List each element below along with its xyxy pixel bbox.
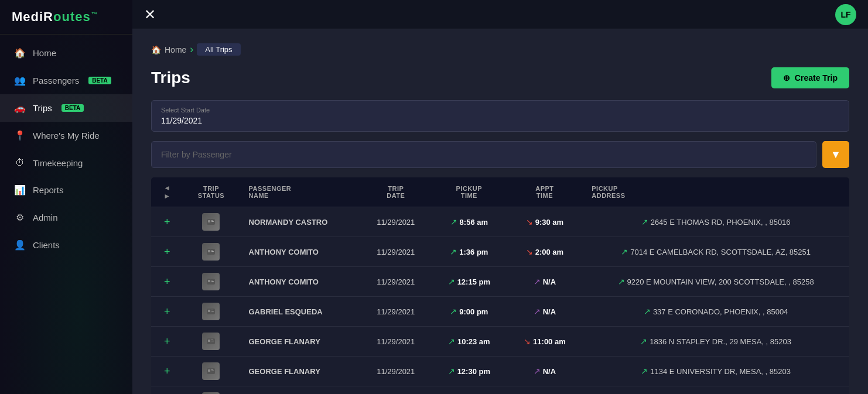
status-svg (206, 307, 216, 316)
add-trip-button[interactable]: + (164, 216, 170, 228)
row-action-cell: + (151, 237, 183, 267)
sidebar-item-clients[interactable]: 👤 Clients (0, 231, 132, 259)
svg-rect-19 (211, 341, 214, 341)
location-icon: 📍 (14, 130, 26, 141)
trips-table: ◄ ► TRIPSTATUS PASSENGERNAME TRIPDATE PI… (151, 177, 849, 394)
row-trip-date: 11/29/2021 (361, 207, 431, 237)
appt-time-value: N/A (543, 367, 556, 376)
appt-time-value: 9:30 am (535, 218, 563, 227)
arrow-up-right-icon: ↗ (641, 366, 648, 376)
svg-rect-14 (211, 310, 213, 310)
date-filter-value: 11/29/2021 (161, 116, 839, 125)
filter-button[interactable]: ▼ (822, 141, 849, 168)
date-filter-label: Select Start Date (161, 107, 839, 114)
col-passenger-name: PASSENGERNAME (240, 177, 361, 207)
sidebar-item-wheres-my-ride[interactable]: 📍 Where's My Ride (0, 122, 132, 149)
arrow-up-right-icon: ↗ (640, 337, 647, 346)
row-appt-time: ↘9:00 am (507, 386, 583, 395)
breadcrumb-home-label: Home (165, 45, 186, 54)
home-breadcrumb-icon: 🏠 (151, 45, 161, 54)
pickup-time-value: 8:56 am (460, 218, 488, 227)
row-trip-date: 11/29/2021 (361, 327, 431, 357)
filter-row: ▼ (151, 141, 849, 168)
address-value: 2645 E THOMAS RD, PHOENIX, , 85016 (651, 218, 791, 227)
row-trip-date: 11/29/2021 (361, 297, 431, 327)
address-value: 9220 E MOUNTAIN VIEW, 200 SCOTTSDALE, , … (627, 277, 814, 286)
svg-rect-18 (211, 340, 213, 340)
row-pickup-time: ↗8:56 am (431, 207, 507, 237)
table-row: + GABRIEL ESQUEDA 11/29/2021 ↗9:00 pm ↗N… (151, 297, 849, 327)
passengers-badge: BETA (88, 77, 111, 84)
user-avatar[interactable]: LF (835, 4, 856, 25)
table-row: + ANTHONY COMITO 11/29/2021 ↗1:36 pm ↘2:… (151, 237, 849, 267)
table-row: + NORMANDY CASTRO 11/29/2021 ↗8:56 am ↘9… (151, 207, 849, 237)
svg-rect-1 (208, 220, 210, 222)
prev-arrow[interactable]: ◄ (163, 184, 170, 191)
row-action-cell: + (151, 327, 183, 357)
col-pickup-address: PICKUPADDRESS (582, 177, 849, 207)
row-trip-date: 11/29/2021 (361, 267, 431, 297)
breadcrumb-separator: › (190, 43, 193, 56)
row-appt-time: ↗N/A (507, 357, 583, 386)
row-action-cell: + (151, 297, 183, 327)
arrow-up-right-icon: ↗ (448, 366, 455, 376)
row-passenger-name: NORMANDY CASTRO (240, 207, 361, 237)
address-value: 7014 E CAMELBACK RD, SCOTTSDALE, AZ, 852… (630, 248, 811, 256)
col-pickup-time: PICKUPTIME (431, 177, 507, 207)
add-trip-button[interactable]: + (164, 246, 170, 258)
logo-routes: outes (53, 9, 91, 24)
sidebar-item-reports[interactable]: 📊 Reports (0, 176, 132, 204)
row-status-cell (183, 357, 239, 386)
sidebar-item-timekeeping[interactable]: ⏱ Timekeeping (0, 149, 132, 176)
add-trip-button[interactable]: + (164, 306, 170, 318)
row-trip-date: 11/29/2021 (361, 357, 431, 386)
sidebar-nav: 🏠 Home 👥 Passengers BETA 🚗 Trips BETA 📍 … (0, 35, 132, 394)
row-action-cell: + (151, 386, 183, 395)
col-appt-time: APPTTIME (507, 177, 583, 207)
row-status-cell (183, 297, 239, 327)
add-trip-button[interactable]: + (164, 276, 170, 288)
passengers-icon: 👥 (14, 75, 26, 86)
add-trip-button[interactable]: + (164, 365, 170, 378)
create-trip-button[interactable]: ⊕ Create Trip (771, 67, 849, 88)
close-button[interactable]: ✕ (144, 8, 156, 22)
row-pickup-address: ↗2645 E THOMAS RD, PHOENIX, , 85016 (582, 207, 849, 237)
arrow-red-icon: ↘ (526, 247, 533, 256)
main-area: ✕ LF 🏠 Home › All Trips Trips ⊕ Create T… (132, 0, 868, 394)
pickup-time-value: 9:00 pm (459, 307, 488, 316)
svg-rect-13 (208, 310, 210, 312)
row-status-cell (183, 327, 239, 357)
row-trip-date: 11/29/2021 (361, 237, 431, 267)
arrow-up-right-icon: ↗ (450, 247, 457, 256)
sidebar-item-trips[interactable]: 🚗 Trips BETA (0, 94, 132, 122)
add-trip-button[interactable]: + (164, 335, 170, 348)
breadcrumb-current-label: All Trips (197, 43, 240, 56)
row-pickup-time: ↗1:36 pm (431, 237, 507, 267)
row-action-cell: + (151, 207, 183, 237)
sidebar-item-home[interactable]: 🏠 Home (0, 39, 132, 67)
arrow-purple-icon: ↗ (534, 277, 541, 286)
table-row: + RALPH SMITH 11/29/2021 ↗8:20 am ↘9:00 … (151, 386, 849, 395)
next-arrow[interactable]: ► (163, 193, 170, 200)
col-actions: ◄ ► (151, 177, 183, 207)
arrow-up-right-icon: ↗ (618, 277, 625, 286)
content-area: 🏠 Home › All Trips Trips ⊕ Create Trip S… (132, 29, 868, 394)
row-pickup-address: ↗10024 N 97TH AVE, A PEORIA, , 85345 (582, 386, 849, 395)
sidebar-item-passengers[interactable]: 👥 Passengers BETA (0, 67, 132, 94)
appt-time-value: N/A (543, 277, 556, 286)
svg-rect-2 (211, 220, 213, 221)
row-appt-time: ↗N/A (507, 297, 583, 327)
row-pickup-address: ↗337 E CORONADO, PHOENIX, , 85004 (582, 297, 849, 327)
passenger-filter-input[interactable] (151, 141, 816, 168)
row-pickup-address: ↗7014 E CAMELBACK RD, SCOTTSDALE, AZ, 85… (582, 237, 849, 267)
status-svg (206, 337, 216, 346)
arrow-up-right-icon: ↗ (448, 337, 455, 346)
date-filter-field[interactable]: Select Start Date 11/29/2021 (151, 100, 849, 132)
status-svg (206, 217, 216, 227)
pickup-time-value: 12:30 pm (457, 367, 490, 376)
sidebar-item-admin[interactable]: ⚙ Admin (0, 204, 132, 231)
sidebar-item-label: Trips (33, 103, 52, 113)
breadcrumb-home-link[interactable]: 🏠 Home (151, 45, 186, 54)
sidebar-item-label: Home (33, 48, 56, 58)
address-value: 1134 E UNIVERSITY DR, MESA, , 85203 (650, 367, 791, 376)
